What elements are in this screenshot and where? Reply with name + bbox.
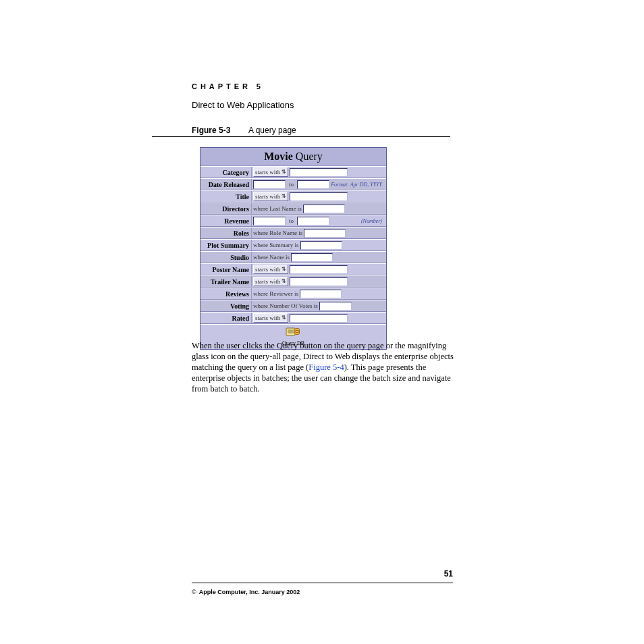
- field-description: where Summary is: [253, 242, 299, 248]
- query-row: Titlestarts with⇅: [200, 190, 386, 203]
- field-cell: where Summary is: [252, 240, 386, 250]
- text-input[interactable]: [304, 229, 346, 238]
- text-input[interactable]: [300, 241, 342, 250]
- panel-title: Movie Query: [200, 148, 386, 166]
- field-label: Reviews: [200, 288, 252, 299]
- figure-caption: A query page: [248, 126, 296, 135]
- page-number: 51: [444, 569, 453, 579]
- field-cell: where Name is: [252, 252, 386, 263]
- query-row: Ratedstarts with⇅: [200, 312, 386, 324]
- field-cell: to(Number): [252, 215, 386, 226]
- range-to-label: to: [287, 217, 296, 224]
- select-arrows-icon: ⇅: [281, 279, 286, 284]
- range-from-input[interactable]: [253, 180, 286, 189]
- query-row: Trailer Namestarts with⇅: [200, 275, 386, 288]
- text-input[interactable]: [319, 302, 352, 311]
- text-input[interactable]: [303, 205, 345, 213]
- field-cell: starts with⇅: [252, 276, 386, 287]
- field-hint: (Number): [361, 218, 385, 224]
- field-label: Plot Summary: [200, 240, 252, 250]
- range-from-input[interactable]: [253, 217, 286, 225]
- query-row: Reviewswhere Reviewer is: [200, 288, 386, 300]
- field-label: Revenue: [200, 215, 252, 226]
- text-input[interactable]: [290, 265, 348, 274]
- query-row: Directorswhere Last Name is: [200, 203, 386, 215]
- field-label: Category: [200, 167, 252, 178]
- field-cell: starts with⇅: [252, 313, 386, 323]
- select-arrows-icon: ⇅: [281, 170, 286, 174]
- field-description: where Number Of Votes is: [253, 302, 318, 309]
- text-input[interactable]: [290, 277, 348, 286]
- query-row: Plot Summarywhere Summary is: [200, 239, 386, 251]
- field-cell: starts with⇅: [252, 264, 386, 275]
- field-description: where Reviewer is: [253, 290, 298, 297]
- query-row: Studiowhere Name is: [200, 251, 386, 263]
- select-arrows-icon: ⇅: [281, 316, 286, 320]
- select-arrows-icon: ⇅: [281, 267, 286, 271]
- text-input[interactable]: [291, 253, 333, 262]
- field-cell: starts with⇅: [252, 167, 386, 178]
- field-cell: toFormat: Apr DD, YYYY: [252, 179, 386, 190]
- field-cell: where Last Name is: [252, 203, 386, 214]
- operator-select[interactable]: starts with⇅: [253, 277, 288, 286]
- field-cell: where Reviewer is: [252, 288, 386, 299]
- footer-rule: [192, 583, 453, 583]
- range-to-label: to: [287, 181, 296, 188]
- query-row: Date ReleasedtoFormat: Apr DD, YYYY: [200, 178, 386, 190]
- select-arrows-icon: ⇅: [281, 194, 286, 198]
- field-label: Title: [200, 191, 252, 202]
- section-title: Direct to Web Applications: [192, 100, 294, 110]
- query-row: Poster Namestarts with⇅: [200, 263, 386, 275]
- query-row: Roleswhere Role Name is: [200, 227, 386, 239]
- field-description: where Role Name is: [253, 230, 302, 236]
- operator-select[interactable]: starts with⇅: [253, 167, 288, 177]
- text-input[interactable]: [300, 290, 342, 298]
- copyright: ©Apple Computer, Inc. January 2002: [192, 589, 300, 595]
- operator-select[interactable]: starts with⇅: [253, 313, 288, 323]
- field-hint: Format: Apr DD, YYYY: [331, 182, 385, 188]
- figure-link[interactable]: Figure 5-4: [308, 363, 344, 372]
- chapter-label: CHAPTER 5: [192, 82, 264, 90]
- field-label: Studio: [200, 252, 252, 263]
- query-row: Votingwhere Number Of Votes is: [200, 300, 386, 312]
- text-input[interactable]: [290, 192, 348, 201]
- field-label: Roles: [200, 227, 252, 238]
- range-to-input[interactable]: [297, 217, 329, 225]
- text-input[interactable]: [290, 314, 348, 323]
- database-icon: [286, 327, 300, 337]
- field-description: where Last Name is: [253, 205, 302, 212]
- field-cell: where Number Of Votes is: [252, 300, 386, 311]
- body-paragraph: When the user clicks the Query button on…: [192, 340, 455, 394]
- operator-select[interactable]: starts with⇅: [253, 265, 288, 274]
- field-description: where Name is: [253, 254, 290, 261]
- field-label: Voting: [200, 300, 252, 311]
- field-label: Trailer Name: [200, 276, 252, 287]
- figure-label: Figure 5-3: [192, 126, 230, 135]
- field-label: Date Released: [200, 179, 252, 190]
- field-cell: where Role Name is: [252, 227, 386, 238]
- query-row: Revenueto(Number): [200, 215, 386, 227]
- range-to-input[interactable]: [297, 180, 329, 189]
- field-cell: starts with⇅: [252, 191, 386, 202]
- field-label: Rated: [200, 313, 252, 323]
- field-label: Directors: [200, 203, 252, 214]
- query-panel: Movie Query Categorystarts with⇅Date Rel…: [200, 147, 387, 350]
- field-label: Poster Name: [200, 264, 252, 275]
- figure-rule: [152, 136, 450, 137]
- text-input[interactable]: [290, 168, 348, 177]
- query-row: Categorystarts with⇅: [200, 166, 386, 178]
- operator-select[interactable]: starts with⇅: [253, 192, 288, 201]
